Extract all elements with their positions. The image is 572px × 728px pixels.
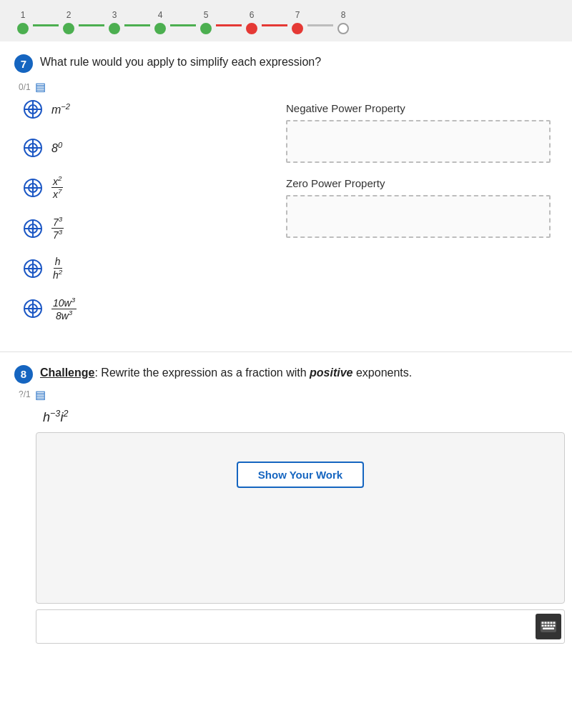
q7-expressions: m−2 80 xyxy=(14,98,272,337)
q7-number: 7 xyxy=(14,54,33,73)
q7-header: 7 What rule would you apply to simplify … xyxy=(14,54,558,73)
svg-rect-32 xyxy=(545,622,547,624)
question-8-section: 8 Challenge: Rewrite the expression as a… xyxy=(0,352,572,664)
drag-item-4[interactable]: 7373 xyxy=(21,216,272,241)
q7-score: 0/1 xyxy=(19,82,31,92)
keyboard-icon[interactable] xyxy=(536,614,561,639)
line-6-7 xyxy=(262,24,287,26)
expr-6: 10w38w3 xyxy=(51,296,77,321)
expr-4: 7373 xyxy=(51,216,64,241)
q8-number: 8 xyxy=(14,365,33,384)
drag-item-2[interactable]: 80 xyxy=(21,136,272,159)
drag-item-1[interactable]: m−2 xyxy=(21,98,272,121)
svg-point-24 xyxy=(31,267,34,270)
svg-point-14 xyxy=(31,186,34,189)
svg-point-19 xyxy=(31,227,34,230)
step-8[interactable]: 8 xyxy=(333,10,353,34)
challenge-label: Challenge xyxy=(40,367,94,379)
question-7-section: 7 What rule would you apply to simplify … xyxy=(0,41,572,352)
svg-rect-38 xyxy=(548,624,550,627)
drop-label-1: Negative Power Property xyxy=(286,102,558,114)
drop-label-2: Zero Power Property xyxy=(286,177,558,189)
svg-point-9 xyxy=(31,146,34,149)
drag-item-3[interactable]: x2x7 xyxy=(21,175,272,200)
show-work-button[interactable]: Show Your Work xyxy=(237,462,364,488)
svg-rect-40 xyxy=(553,624,556,627)
step-3[interactable]: 3 xyxy=(104,10,124,34)
step-7[interactable]: 7 xyxy=(287,10,307,34)
expr-5: hh2 xyxy=(51,256,64,280)
step-1[interactable]: 1 xyxy=(13,10,33,34)
q8-score: ?/1 xyxy=(19,389,31,399)
step-6[interactable]: 6 xyxy=(242,10,262,34)
line-5-6 xyxy=(216,24,242,26)
line-3-4 xyxy=(124,24,150,26)
drag-handle-1[interactable] xyxy=(21,98,44,121)
step-4[interactable]: 4 xyxy=(150,10,170,34)
expr-1: m−2 xyxy=(51,102,70,116)
drop-zone-2[interactable] xyxy=(286,195,551,238)
expr-3: x2x7 xyxy=(51,175,63,200)
q7-layout: m−2 80 xyxy=(14,98,558,344)
q7-score-icon: ▤ xyxy=(35,80,46,94)
svg-rect-31 xyxy=(542,622,544,624)
drop-zone-1[interactable] xyxy=(286,120,551,163)
drag-handle-6[interactable] xyxy=(21,297,44,320)
work-area: Show Your Work xyxy=(36,432,565,604)
q7-text: What rule would you apply to simplify ea… xyxy=(40,54,321,69)
drag-item-5[interactable]: hh2 xyxy=(21,256,272,280)
line-2-3 xyxy=(79,24,104,26)
step-2[interactable]: 2 xyxy=(59,10,79,34)
svg-rect-34 xyxy=(551,622,553,624)
positive-label: positive xyxy=(310,367,352,379)
svg-rect-41 xyxy=(543,627,554,629)
q7-drop-zones: Negative Power Property Zero Power Prope… xyxy=(272,98,558,337)
line-4-5 xyxy=(170,24,196,26)
line-7-8 xyxy=(307,24,333,26)
answer-input[interactable] xyxy=(36,610,536,643)
svg-point-4 xyxy=(31,108,34,111)
answer-input-row xyxy=(36,609,565,644)
svg-rect-35 xyxy=(553,622,556,624)
q8-expression: h−3i2 xyxy=(43,409,558,425)
svg-rect-39 xyxy=(551,624,553,627)
drag-handle-3[interactable] xyxy=(21,176,44,199)
svg-rect-37 xyxy=(545,624,547,627)
svg-point-29 xyxy=(31,307,34,310)
q8-score-icon: ▤ xyxy=(35,388,46,402)
q8-text: Challenge: Rewrite the expression as a f… xyxy=(40,365,412,379)
q8-header: 8 Challenge: Rewrite the expression as a… xyxy=(14,365,558,384)
progress-steps: 1 2 3 4 5 6 xyxy=(13,10,353,34)
line-1-2 xyxy=(33,24,59,26)
drag-item-6[interactable]: 10w38w3 xyxy=(21,296,272,321)
drag-handle-5[interactable] xyxy=(21,257,44,280)
step-5[interactable]: 5 xyxy=(196,10,216,34)
drag-handle-2[interactable] xyxy=(21,136,44,159)
progress-bar: 1 2 3 4 5 6 xyxy=(0,0,572,41)
expr-2: 80 xyxy=(51,141,62,155)
svg-rect-33 xyxy=(548,622,550,624)
svg-rect-36 xyxy=(542,624,544,627)
drag-handle-4[interactable] xyxy=(21,217,44,240)
